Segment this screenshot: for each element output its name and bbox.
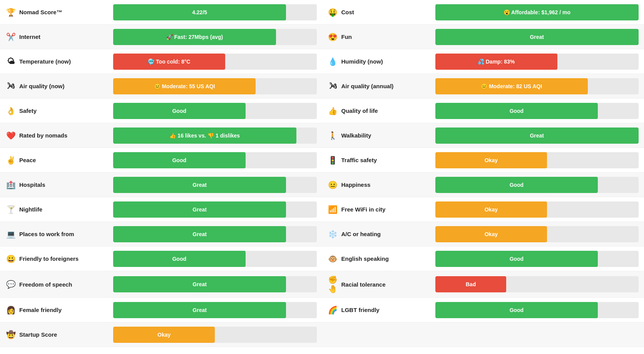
icon-left-11: 💬 — [5, 280, 16, 289]
icon-left-12: 👩 — [5, 305, 16, 315]
bar-fill-right-5: Great — [435, 128, 639, 144]
icon-right-5: 🚶 — [328, 131, 338, 140]
bar-col-right-2: 💦 Damp: 83% — [435, 54, 639, 70]
icon-right-6: 🚦 — [328, 156, 338, 165]
row-right-1: 😍 Fun Great — [322, 25, 644, 49]
bar-wrap-right-3: 😐 Moderate: 82 US AQI — [435, 78, 639, 94]
label-text-left-8: Nightlife — [19, 206, 42, 213]
bar-wrap-right-12: Good — [435, 302, 639, 318]
bar-col-left-8: Great — [113, 201, 317, 218]
label-text-left-6: Peace — [19, 157, 36, 163]
bar-fill-left-10: Good — [113, 251, 246, 267]
label-text-right-12: LGBT friendly — [341, 307, 380, 313]
bar-wrap-right-11: Bad — [435, 276, 639, 292]
label-right-0: 🤑 Cost — [328, 8, 435, 17]
bar-col-right-8: Okay — [435, 201, 639, 218]
row-left-6: ✌️ Peace Good — [0, 148, 322, 173]
bar-col-left-6: Good — [113, 152, 317, 168]
bar-wrap-left-4: Good — [113, 103, 317, 119]
bar-wrap-left-6: Good — [113, 152, 317, 168]
bar-fill-left-6: Good — [113, 152, 246, 168]
label-left-11: 💬 Freedom of speech — [5, 280, 113, 289]
bar-col-right-12: Good — [435, 302, 639, 318]
label-left-6: ✌️ Peace — [5, 156, 113, 165]
row-left-3: 🌬 Air quality (now) 😐 Moderate: 55 US AQ… — [0, 74, 322, 99]
label-left-2: 🌤 Temperature (now) — [5, 57, 113, 66]
bar-fill-left-3: 😐 Moderate: 55 US AQI — [113, 78, 256, 94]
label-right-8: 📶 Free WiFi in city — [328, 205, 435, 214]
bar-fill-right-1: Great — [435, 29, 639, 45]
bar-wrap-right-2: 💦 Damp: 83% — [435, 54, 639, 70]
label-text-left-9: Places to work from — [19, 231, 74, 237]
icon-right-4: 👍 — [328, 106, 338, 116]
label-text-left-10: Friendly to foreigners — [19, 255, 79, 262]
row-right-7: 😐 Happiness Good — [322, 173, 644, 197]
bar-wrap-left-11: Great — [113, 276, 317, 292]
icon-left-10: 😀 — [5, 254, 16, 263]
icon-right-7: 😐 — [328, 180, 338, 190]
icon-right-10: 🐵 — [328, 254, 338, 263]
scores-grid: 🏆 Nomad Score™ 4.22/5 🤑 Cost 😮 Affordabl… — [0, 0, 644, 347]
bar-fill-left-11: Great — [113, 276, 286, 292]
bar-fill-right-2: 💦 Damp: 83% — [435, 54, 557, 70]
label-left-10: 😀 Friendly to foreigners — [5, 254, 113, 263]
label-right-11: ✊🤚 Racial tolerance — [328, 275, 435, 294]
label-text-left-2: Temperature (now) — [19, 58, 71, 65]
row-left-7: 🏥 Hospitals Great — [0, 173, 322, 197]
bar-col-left-7: Great — [113, 177, 317, 193]
bar-fill-left-2: 🥶 Too cold: 8°C — [113, 54, 225, 70]
bar-wrap-right-7: Good — [435, 177, 639, 193]
label-left-13: 🤠 Startup Score — [5, 330, 113, 339]
icon-left-13: 🤠 — [5, 330, 16, 339]
label-text-right-4: Quality of life — [341, 107, 378, 114]
label-text-right-8: Free WiFi in city — [341, 206, 386, 213]
label-text-right-10: English speaking — [341, 255, 389, 262]
bar-col-right-7: Good — [435, 177, 639, 193]
label-right-12: 🌈 LGBT friendly — [328, 305, 435, 315]
icon-left-7: 🏥 — [5, 180, 16, 190]
bar-col-right-11: Bad — [435, 276, 639, 292]
bar-wrap-left-0: 4.22/5 — [113, 4, 317, 20]
row-right-3: 🌬 Air quality (annual) 😐 Moderate: 82 US… — [322, 74, 644, 99]
icon-right-12: 🌈 — [328, 305, 338, 315]
bar-fill-left-8: Great — [113, 201, 286, 218]
icon-left-3: 🌬 — [5, 82, 16, 91]
bar-fill-left-13: Okay — [113, 327, 215, 343]
icon-right-3: 🌬 — [328, 82, 338, 91]
row-left-12: 👩 Female friendly Great — [0, 298, 322, 322]
bar-wrap-left-10: Good — [113, 251, 317, 267]
bar-wrap-right-8: Okay — [435, 201, 639, 218]
icon-left-9: 💻 — [5, 230, 16, 239]
label-left-5: ❤️ Rated by nomads — [5, 131, 113, 140]
icon-right-11: ✊🤚 — [328, 275, 338, 294]
bar-fill-left-7: Great — [113, 177, 286, 193]
bar-fill-left-1: 🚀 Fast: 27Mbps (avg) — [113, 29, 276, 45]
label-text-left-11: Freedom of speech — [19, 281, 72, 288]
bar-wrap-left-12: Great — [113, 302, 317, 318]
bar-fill-right-0: 😮 Affordable: $1,962 / mo — [435, 4, 639, 20]
bar-wrap-right-9: Okay — [435, 226, 639, 242]
icon-left-8: 🍸 — [5, 205, 16, 214]
row-left-1: ✂️ Internet 🚀 Fast: 27Mbps (avg) — [0, 25, 322, 49]
label-text-right-11: Racial tolerance — [341, 281, 386, 288]
label-left-8: 🍸 Nightlife — [5, 205, 113, 214]
bar-wrap-left-7: Great — [113, 177, 317, 193]
label-text-right-7: Happiness — [341, 181, 371, 188]
bar-col-right-3: 😐 Moderate: 82 US AQI — [435, 78, 639, 94]
bar-wrap-right-1: Great — [435, 29, 639, 45]
row-right-4: 👍 Quality of life Good — [322, 99, 644, 123]
label-left-1: ✂️ Internet — [5, 32, 113, 42]
label-right-5: 🚶 Walkability — [328, 131, 435, 140]
label-right-1: 😍 Fun — [328, 32, 435, 42]
row-left-10: 😀 Friendly to foreigners Good — [0, 247, 322, 271]
bar-fill-right-6: Okay — [435, 152, 547, 168]
bar-fill-right-9: Okay — [435, 226, 547, 242]
label-text-right-9: A/C or heating — [341, 231, 381, 237]
bar-col-left-5: 👍 16 likes vs. 👎 1 dislikes — [113, 128, 317, 144]
label-left-4: 👌 Safety — [5, 106, 113, 116]
bar-fill-right-8: Okay — [435, 201, 547, 218]
bar-fill-right-3: 😐 Moderate: 82 US AQI — [435, 78, 588, 94]
icon-right-9: ❄️ — [328, 230, 338, 239]
row-right-11: ✊🤚 Racial tolerance Bad — [322, 271, 644, 298]
bar-fill-left-12: Great — [113, 302, 286, 318]
